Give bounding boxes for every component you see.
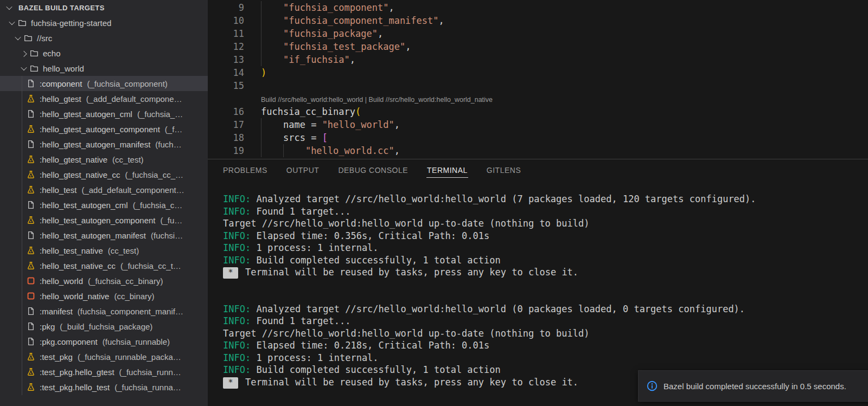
target-label: :test_pkg.hello_test(_fuchsia_runna… (40, 383, 208, 392)
tree-item--component[interactable]: :component(_fuchsia_component) (0, 76, 208, 91)
bazel-targets-tree: fuchsia-getting-started//srcechohello_wo… (0, 15, 208, 395)
tree-item--pkg.component[interactable]: :pkg.component(fuchsia_runnable) (0, 334, 208, 349)
code-text: ) (261, 66, 266, 79)
beaker-icon (27, 125, 35, 133)
tree-item--hello_gtest[interactable]: :hello_gtest(_add_default_compone… (0, 91, 208, 106)
target-label: :manifest(fuchsia_component_manif… (40, 307, 208, 316)
target-name: :hello_gtest (40, 94, 81, 104)
code-text: name = "hello_world", (261, 118, 400, 131)
target-kind: (_fu… (161, 216, 183, 225)
line-number: 16 (208, 105, 244, 118)
terminal-line: INFO: Found 1 target... (223, 205, 868, 218)
tree-item--hello_test_native_cc[interactable]: :hello_test_native_cc(_fuchsia_cc_t… (0, 258, 208, 273)
folder-label: echo (43, 49, 61, 58)
chevron-down-icon (20, 64, 28, 73)
target-label: :hello_world_native(cc_binary) (40, 292, 208, 301)
target-kind: (_fuchsia_cc_t… (120, 261, 181, 270)
chevron-down-icon (14, 34, 22, 42)
task-reuse-badge: * (223, 377, 238, 389)
tree-item--hello_world[interactable]: :hello_world(_fuchsia_cc_binary) (0, 273, 208, 288)
terminal-output[interactable]: INFO: Analyzed target //src/hello_world:… (208, 182, 868, 388)
folder-label: fuchsia-getting-started (31, 18, 111, 28)
terminal-line: INFO: Analyzed target //src/hello_world:… (223, 303, 868, 315)
target-name: :hello_test_autogen_manifest (40, 231, 146, 240)
target-kind: (_add_default_component… (81, 185, 184, 195)
file-icon (27, 109, 35, 118)
panel-tab-terminal[interactable]: TERMINAL (426, 164, 468, 178)
indent-guide (261, 53, 261, 66)
code-line: 11 "fuchsia_package", (208, 27, 868, 40)
beaker-icon (27, 155, 35, 164)
terminal-line: Target //src/hello_world:hello_world up-… (223, 327, 868, 340)
line-number: 9 (208, 1, 244, 14)
tree-item--hello_gtest_autogen_cml[interactable]: :hello_gtest_autogen_cml(_fuchsia_… (0, 106, 208, 121)
codelens-build-links[interactable]: Build //src/hello_world:hello_world | Bu… (261, 94, 493, 105)
target-label: :hello_gtest_native_cc(_fuchsia_cc_… (40, 170, 208, 179)
tree-item--hello_gtest_autogen_component[interactable]: :hello_gtest_autogen_component(_f… (0, 121, 208, 137)
tree-item--test_pkg.hello_gtest[interactable]: :test_pkg.hello_gtest(_fuchsia_runn… (0, 364, 208, 379)
tree-item--manifest[interactable]: :manifest(fuchsia_component_manif… (0, 304, 208, 319)
tree-indent-guide (22, 76, 22, 395)
tree-item--hello_test_native[interactable]: :hello_test_native(cc_test) (0, 243, 208, 258)
folder-icon (30, 49, 39, 57)
file-icon (27, 231, 35, 240)
tree-folder-hello_world[interactable]: hello_world (0, 61, 208, 76)
indent-guide (261, 27, 261, 40)
terminal-line: INFO: Build completed successfully, 1 to… (223, 254, 868, 267)
panel-tab-gitlens[interactable]: GITLENS (486, 164, 521, 178)
code-text: "fuchsia_test_package", (261, 40, 411, 53)
code-line: 15 (208, 79, 868, 92)
target-label: :test_pkg(_fuchsia_runnable_packa… (40, 352, 208, 362)
tree-folder-fuchsia-getting-started[interactable]: fuchsia-getting-started (0, 15, 208, 30)
tree-item--hello_gtest_native[interactable]: :hello_gtest_native(cc_test) (0, 152, 208, 167)
target-kind: (_fuchsia_component) (87, 79, 167, 88)
notification-toast[interactable]: Bazel build completed successfully in 0.… (638, 370, 868, 402)
target-name: :hello_gtest_autogen_manifest (40, 140, 150, 149)
indent-guide (283, 144, 284, 157)
tree-folder-echo[interactable]: echo (0, 46, 208, 61)
terminal-line: INFO: 1 process: 1 internal. (223, 242, 868, 254)
code-line: 17 name = "hello_world", (208, 118, 868, 131)
target-name: :manifest (40, 307, 73, 316)
target-name: :hello_gtest_autogen_cml (40, 109, 132, 119)
target-name: :pkg.component (40, 337, 98, 346)
tree-item--pkg[interactable]: :pkg(_build_fuchsia_package) (0, 319, 208, 334)
target-label: :pkg(_build_fuchsia_package) (40, 322, 208, 331)
sidebar-section-title: BAZEL BUILD TARGETS (18, 4, 105, 12)
tree-folder--src[interactable]: //src (0, 30, 208, 46)
target-label: :hello_test_autogen_manifest(fuchsi… (40, 231, 208, 240)
code-line: 10 "fuchsia_component_manifest", (208, 14, 868, 27)
code-text: srcs = [ (261, 131, 328, 144)
tree-item--hello_gtest_autogen_manifest[interactable]: :hello_gtest_autogen_manifest(fuch… (0, 137, 208, 152)
tree-item--hello_test_autogen_component[interactable]: :hello_test_autogen_component(_fu… (0, 212, 208, 228)
tree-item--hello_gtest_native_cc[interactable]: :hello_gtest_native_cc(_fuchsia_cc_… (0, 167, 208, 182)
binary-square-icon (27, 276, 35, 285)
target-label: :hello_gtest_autogen_cml(_fuchsia_… (40, 109, 208, 119)
target-kind: (_fuchsia_cc_… (125, 170, 183, 179)
binary-square-icon (27, 292, 35, 300)
target-kind: (cc_test) (112, 155, 144, 164)
panel-tab-debug-console[interactable]: DEBUG CONSOLE (337, 164, 409, 178)
tree-item--hello_test_autogen_cml[interactable]: :hello_test_autogen_cml(_fuchsia_c… (0, 197, 208, 212)
target-label: :test_pkg.hello_gtest(_fuchsia_runn… (40, 368, 208, 377)
line-number: 10 (208, 14, 244, 27)
indent-guide (261, 131, 261, 144)
target-name: :test_pkg.hello_test (40, 383, 110, 392)
sidebar-section-header[interactable]: BAZEL BUILD TARGETS (0, 0, 208, 15)
line-number: 13 (208, 53, 244, 66)
tree-item--hello_test[interactable]: :hello_test(_add_default_component… (0, 182, 208, 197)
code-text: "if_fuchsia", (261, 53, 355, 66)
code-text: "fuchsia_component", (261, 1, 394, 14)
code-editor[interactable]: 9 "fuchsia_component",10 "fuchsia_compon… (208, 0, 868, 159)
panel-tab-output[interactable]: OUTPUT (286, 164, 320, 178)
panel-tab-problems[interactable]: PROBLEMS (222, 164, 268, 178)
tree-item--test_pkg.hello_test[interactable]: :test_pkg.hello_test(_fuchsia_runna… (0, 379, 208, 395)
indent-guide (261, 118, 261, 131)
folder-icon (18, 18, 27, 27)
tree-item--hello_test_autogen_manifest[interactable]: :hello_test_autogen_manifest(fuchsi… (0, 228, 208, 243)
tree-item--hello_world_native[interactable]: :hello_world_native(cc_binary) (0, 288, 208, 304)
tree-item--test_pkg[interactable]: :test_pkg(_fuchsia_runnable_packa… (0, 349, 208, 364)
target-kind: (cc_binary) (114, 292, 154, 301)
terminal-line: Target //src/hello_world:hello_world up-… (223, 217, 868, 230)
info-icon (647, 381, 658, 391)
